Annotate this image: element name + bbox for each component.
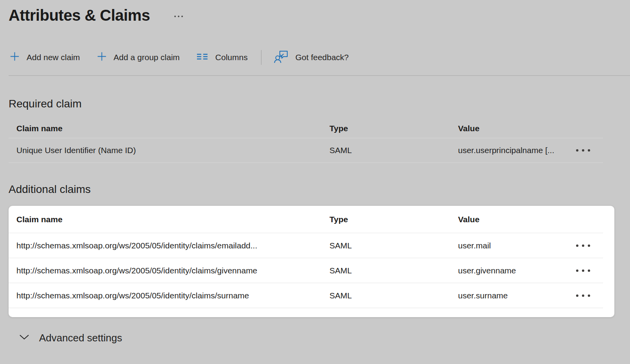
table-row[interactable]: http://schemas.xmlsoap.org/ws/2005/05/id… bbox=[9, 233, 603, 258]
dot bbox=[582, 269, 584, 272]
command-bar-items: Add new claim Add a group claim Col bbox=[9, 49, 630, 66]
got-feedback-button[interactable]: Got feedback? bbox=[273, 47, 350, 68]
page-more-options-icon[interactable] bbox=[173, 14, 184, 19]
dot bbox=[588, 294, 590, 297]
add-new-claim-button[interactable]: Add new claim bbox=[9, 49, 81, 66]
table-row[interactable]: Unique User Identifier (Name ID) SAML us… bbox=[9, 138, 603, 163]
type-cell: SAML bbox=[329, 291, 458, 300]
toolbar-separator bbox=[261, 50, 261, 65]
additional-claims-table: Claim name Type Value http://schemas.xml… bbox=[9, 206, 614, 317]
feedback-icon bbox=[274, 50, 289, 66]
dot bbox=[576, 149, 578, 152]
required-claim-table-header: Claim name Type Value bbox=[9, 119, 603, 138]
dot bbox=[588, 269, 590, 272]
column-header-value: Value bbox=[458, 124, 563, 133]
additional-claims-table-header: Claim name Type Value bbox=[9, 206, 603, 233]
column-header-type: Type bbox=[329, 124, 458, 133]
more-options-button[interactable] bbox=[573, 241, 593, 250]
more-options-button[interactable] bbox=[573, 146, 593, 155]
columns-label: Columns bbox=[215, 53, 248, 62]
value-cell: user.mail bbox=[458, 241, 563, 250]
required-claim-heading: Required claim bbox=[9, 98, 630, 110]
row-actions bbox=[563, 291, 603, 300]
type-cell: SAML bbox=[329, 241, 458, 250]
claim-name-cell[interactable]: http://schemas.xmlsoap.org/ws/2005/05/id… bbox=[16, 266, 329, 275]
advanced-settings-label: Advanced settings bbox=[39, 332, 122, 344]
column-header-claim-name: Claim name bbox=[16, 215, 329, 224]
page-header: Attributes & Claims bbox=[9, 0, 630, 25]
advanced-settings-toggle[interactable]: Advanced settings bbox=[17, 330, 123, 346]
required-claim-table: Claim name Type Value Unique User Identi… bbox=[9, 119, 603, 163]
row-actions bbox=[563, 146, 603, 155]
claim-name-cell[interactable]: Unique User Identifier (Name ID) bbox=[16, 146, 329, 155]
dot bbox=[576, 244, 578, 247]
dot bbox=[582, 244, 584, 247]
value-cell: user.userprincipalname [... bbox=[458, 146, 563, 155]
dot bbox=[576, 269, 578, 272]
claim-name-cell[interactable]: http://schemas.xmlsoap.org/ws/2005/05/id… bbox=[16, 241, 329, 250]
plus-icon bbox=[9, 51, 20, 64]
dot bbox=[178, 16, 179, 17]
table-row[interactable]: http://schemas.xmlsoap.org/ws/2005/05/id… bbox=[9, 283, 603, 308]
command-bar: Add new claim Add a group claim Col bbox=[9, 49, 630, 76]
columns-button[interactable]: Columns bbox=[195, 49, 249, 66]
table-row[interactable]: http://schemas.xmlsoap.org/ws/2005/05/id… bbox=[9, 258, 603, 283]
add-group-claim-label: Add a group claim bbox=[114, 53, 180, 62]
add-new-claim-label: Add new claim bbox=[27, 53, 80, 62]
dot bbox=[582, 149, 584, 152]
dot bbox=[588, 244, 590, 247]
additional-claims-table-inner: Claim name Type Value http://schemas.xml… bbox=[9, 206, 603, 308]
chevron-down-icon bbox=[19, 332, 30, 344]
additional-claims-heading: Additional claims bbox=[9, 183, 630, 196]
value-cell: user.givenname bbox=[458, 266, 563, 275]
dot bbox=[181, 16, 183, 17]
attributes-claims-pane: Attributes & Claims Add new claim bbox=[0, 0, 630, 346]
columns-icon bbox=[196, 52, 209, 64]
value-cell: user.surname bbox=[458, 291, 563, 300]
dot bbox=[174, 16, 176, 17]
plus-icon bbox=[97, 51, 107, 64]
column-header-type: Type bbox=[329, 215, 458, 224]
dot bbox=[576, 294, 578, 297]
got-feedback-label: Got feedback? bbox=[295, 53, 349, 62]
add-group-claim-button[interactable]: Add a group claim bbox=[96, 49, 181, 66]
claim-name-cell[interactable]: http://schemas.xmlsoap.org/ws/2005/05/id… bbox=[16, 291, 329, 300]
more-options-button[interactable] bbox=[573, 291, 593, 300]
row-actions bbox=[563, 266, 603, 275]
column-header-claim-name: Claim name bbox=[16, 124, 329, 133]
type-cell: SAML bbox=[329, 266, 458, 275]
row-actions bbox=[563, 241, 603, 250]
column-header-value: Value bbox=[458, 215, 563, 224]
page-title: Attributes & Claims bbox=[9, 5, 150, 25]
dot bbox=[582, 294, 584, 297]
more-options-button[interactable] bbox=[573, 266, 593, 275]
dot bbox=[588, 149, 590, 152]
type-cell: SAML bbox=[329, 146, 458, 155]
